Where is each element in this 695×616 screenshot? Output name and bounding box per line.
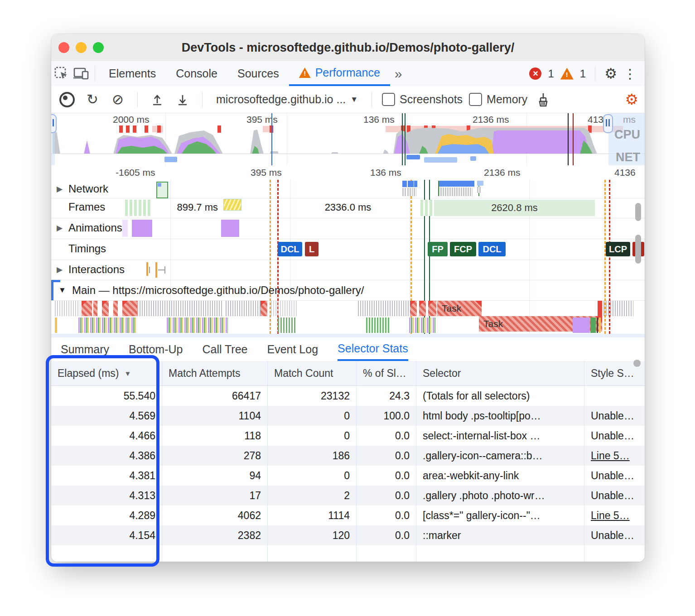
memory-checkbox[interactable]	[469, 93, 482, 106]
tab-console[interactable]: Console	[166, 61, 227, 86]
download-profile-icon[interactable]	[173, 90, 192, 109]
main-track-label[interactable]: Main — https://microsoftedge.github.io/D…	[72, 284, 364, 297]
flame-cluster[interactable]	[137, 301, 223, 316]
tab-event-log[interactable]: Event Log	[267, 337, 319, 361]
clear-recording-button[interactable]: ⊘	[108, 90, 127, 109]
long-task-block[interactable]	[102, 301, 109, 316]
table-row[interactable]: 4.3862781860.0.gallery-icon--camera::b…L…	[51, 446, 645, 466]
table-row[interactable]: 4.56911040100.0html body .ps-tooltip[po……	[51, 406, 645, 426]
timing-badge-fp[interactable]: FP	[428, 242, 448, 256]
inspect-element-icon[interactable]	[51, 61, 71, 86]
timing-badge-fcp[interactable]: FCP	[450, 242, 476, 256]
long-task-block[interactable]	[428, 301, 436, 316]
flame-cluster[interactable]	[78, 318, 137, 333]
table-row[interactable]: 4.46611800.0select:-internal-list-box …U…	[51, 426, 645, 446]
cell-style[interactable]: Line 5…	[584, 505, 645, 525]
selection-handle-left[interactable]	[51, 114, 57, 133]
settings-gear-icon[interactable]: ⚙	[604, 65, 617, 82]
expand-animations-icon[interactable]: ▶	[57, 223, 63, 233]
expand-interactions-icon[interactable]: ▶	[57, 265, 63, 274]
error-badge-icon[interactable]: ×	[529, 67, 541, 80]
table-row[interactable]: 4.3819400.0area:-webkit-any-linkUnable…	[51, 466, 645, 486]
warning-badge-icon[interactable]: !	[560, 68, 574, 80]
flame-cluster[interactable]	[358, 301, 409, 316]
table-row[interactable]: 55.540664172313224.3(Totals for all sele…	[51, 386, 645, 406]
flame-cluster[interactable]	[366, 318, 390, 333]
style-block[interactable]	[573, 318, 590, 333]
long-task-block[interactable]	[419, 301, 426, 316]
timings-track-label[interactable]: Timings	[68, 242, 106, 255]
long-task-block[interactable]	[82, 301, 92, 316]
long-task-block[interactable]	[410, 301, 417, 316]
table-row[interactable]: 4.3131720.0.gallery .photo .photo-wr…Una…	[51, 486, 645, 505]
more-options-icon[interactable]: ⋮	[623, 66, 637, 82]
long-frame[interactable]: 2620.8 ms	[434, 200, 595, 216]
column-header-match-count[interactable]: Match Count	[268, 361, 357, 385]
column-header-match-attempts[interactable]: Match Attempts	[162, 361, 268, 385]
timing-badge-dcl[interactable]: DCL	[278, 242, 302, 256]
upload-profile-icon[interactable]	[148, 90, 167, 109]
flame-cluster[interactable]	[409, 318, 435, 333]
flame-cluster[interactable]	[167, 318, 228, 333]
animation-block[interactable]	[122, 220, 128, 237]
column-header-elapsed[interactable]: Elapsed (ms) ▼	[51, 361, 162, 385]
animation-block[interactable]	[221, 220, 239, 237]
frame-strip[interactable]	[125, 200, 152, 216]
column-header-selector[interactable]: Selector	[416, 361, 584, 385]
long-task-block[interactable]	[261, 301, 267, 316]
warning-count[interactable]: 1	[580, 67, 586, 80]
flame-cluster[interactable]	[55, 301, 80, 316]
profile-select[interactable]: microsoftedge.github.io ... ▼	[212, 93, 362, 106]
screenshots-checkbox[interactable]	[382, 93, 395, 106]
tab-summary[interactable]: Summary	[61, 337, 109, 361]
selection-handle-right[interactable]	[603, 114, 613, 133]
network-request[interactable]	[438, 181, 474, 187]
tab-elements[interactable]: Elements	[99, 61, 166, 86]
flame-cluster[interactable]	[603, 301, 633, 316]
scrollbar-thumb[interactable]	[635, 235, 641, 264]
cell-style[interactable]: Line 5…	[584, 446, 645, 466]
more-tabs-icon[interactable]: »	[390, 61, 407, 86]
network-request[interactable]	[408, 181, 414, 187]
collect-garbage-icon[interactable]	[534, 90, 553, 109]
frame-strip[interactable]	[420, 200, 433, 216]
network-request[interactable]	[414, 181, 417, 187]
tab-performance[interactable]: ! Performance	[289, 61, 390, 86]
expand-network-icon[interactable]: ▶	[57, 184, 63, 194]
tab-sources[interactable]: Sources	[227, 61, 289, 86]
reload-and-record-button[interactable]: ↻	[83, 90, 102, 109]
tab-call-tree[interactable]: Call Tree	[202, 337, 247, 361]
partially-presented-frame[interactable]	[223, 199, 241, 211]
timing-badge-l[interactable]: L	[305, 242, 319, 256]
error-count[interactable]: 1	[548, 67, 554, 80]
device-toolbar-icon[interactable]	[71, 61, 91, 86]
network-request[interactable]	[402, 181, 407, 187]
long-task-block[interactable]	[113, 301, 118, 316]
column-header-pct[interactable]: % of Sl…	[357, 361, 416, 385]
capture-settings-gear-icon[interactable]: ⚙	[625, 91, 638, 108]
flame-cluster[interactable]	[278, 318, 297, 333]
animations-track-label[interactable]: Animations	[68, 221, 122, 234]
collapse-main-icon[interactable]: ▼	[58, 286, 66, 295]
flame-cluster[interactable]	[271, 301, 298, 316]
record-button[interactable]	[58, 90, 77, 109]
network-request[interactable]	[156, 182, 168, 198]
interactions-track-label[interactable]: Interactions	[68, 263, 125, 276]
tab-bottom-up[interactable]: Bottom-Up	[129, 337, 183, 361]
timeline-overview[interactable]: 2000 ms 395 ms 136 ms 2136 ms 413 ms	[51, 113, 645, 166]
tab-selector-stats[interactable]: Selector Stats	[338, 337, 408, 361]
table-scrollbar-thumb[interactable]	[633, 360, 641, 367]
long-task-block[interactable]	[93, 301, 97, 316]
table-row[interactable]: 4.289406211140.0[class*=" gallery-icon--…	[51, 505, 645, 525]
timing-badge-lcp[interactable]: LCP	[606, 242, 630, 256]
scrollbar-thumb[interactable]	[635, 203, 641, 221]
long-task-block[interactable]	[122, 301, 137, 316]
layout-block[interactable]	[590, 318, 596, 333]
network-request[interactable]	[477, 181, 483, 186]
task-block[interactable]: Task	[437, 301, 482, 316]
timing-badge-dcl2[interactable]: DCL	[478, 242, 506, 256]
animation-block[interactable]	[132, 220, 152, 237]
network-track-label[interactable]: Network	[68, 183, 108, 195]
frames-track-label[interactable]: Frames	[68, 201, 105, 213]
table-row[interactable]: 4.15423821200.0::markerUnable…	[51, 525, 645, 545]
